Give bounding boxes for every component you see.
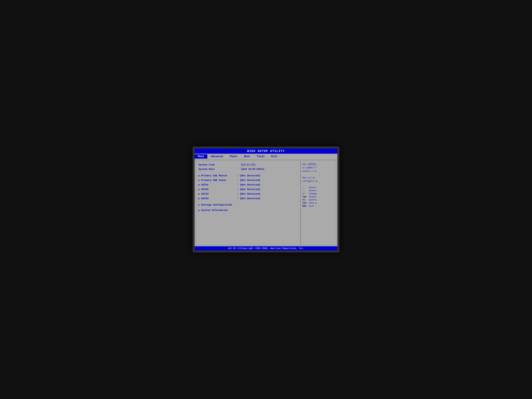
- key-list: ↔Select↑↓Select+-ChangeTabSelectF1Genera…: [303, 186, 335, 207]
- device-label: SATA2: [201, 188, 237, 191]
- arrow-icon: ▶: [198, 197, 200, 200]
- submenu-label: System Information: [201, 209, 228, 212]
- key-label: Tab: [303, 196, 309, 198]
- device-row[interactable]: ▶SATA3:[Not Detected]: [198, 192, 298, 196]
- system-date-label: System Date: [198, 168, 241, 171]
- footer-text: v02.58 (C)Copyright 1985-2009, American …: [228, 247, 304, 250]
- menu-item-exit[interactable]: Exit: [268, 154, 281, 158]
- colon: :: [237, 174, 238, 177]
- device-row[interactable]: ▶SATA1:[Not Detected]: [198, 183, 298, 186]
- monitor: BIOS SETUP UTILITY MainAdvancedPowerBoot…: [193, 146, 339, 253]
- key-label: F10: [303, 202, 309, 204]
- key-label: ↑↓: [303, 189, 309, 192]
- device-value: [Not Detected]: [240, 188, 260, 191]
- key-desc: Select: [309, 186, 317, 189]
- key-label: F1: [303, 199, 309, 201]
- key-desc: Save a: [309, 202, 317, 204]
- device-label: SATA4: [201, 197, 237, 200]
- submenu-label: Storage Configuration: [201, 203, 232, 206]
- device-label: SATA1: [201, 184, 237, 186]
- key-desc: Genera: [309, 199, 317, 201]
- key-row: ↑↓Select: [303, 189, 335, 192]
- menu-item-advanced[interactable]: Advanced: [207, 154, 226, 158]
- device-row[interactable]: ▶Primary IDE Slave:[Not Detected]: [198, 179, 298, 182]
- key-row: F1Genera: [303, 199, 335, 201]
- bios-screen: BIOS SETUP UTILITY MainAdvancedPowerBoot…: [195, 148, 337, 251]
- key-desc: Exit: [309, 205, 314, 207]
- menu-item-boot[interactable]: Boot: [241, 154, 253, 158]
- main-panel: System Time [13:11:37] System Date [Wed …: [196, 161, 301, 245]
- key-desc: Change: [309, 192, 317, 195]
- key-label: ↔: [303, 186, 309, 189]
- arrow-icon: ▶: [198, 192, 200, 195]
- arrow-icon: ▶: [198, 188, 200, 191]
- submenu-arrow-icon: ▶: [198, 203, 200, 206]
- system-time-row: System Time [13:11:37]: [198, 164, 298, 166]
- colon: :: [237, 197, 238, 200]
- menu-item-tools[interactable]: Tools: [253, 154, 268, 158]
- device-value: [Not Detected]: [240, 197, 260, 200]
- key-row: ESCExit: [303, 205, 335, 207]
- key-row: F10Save a: [303, 202, 335, 204]
- submenu-link[interactable]: ▶System Information: [198, 209, 298, 212]
- colon: :: [237, 188, 238, 191]
- device-label: SATA3: [201, 193, 237, 196]
- content-wrapper: System Time [13:11:37] System Date [Wed …: [195, 159, 337, 246]
- submenu-arrow-icon: ▶: [198, 209, 200, 212]
- help-text-1: Use [ENTER] or [SHIFT-T select a fi: [303, 163, 335, 173]
- key-label: +-: [303, 192, 309, 195]
- key-row: +-Change: [303, 192, 335, 195]
- device-row[interactable]: ▶Primary IDE Master:[Not Detected]: [198, 174, 298, 177]
- device-list: ▶Primary IDE Master:[Not Detected]▶Prima…: [198, 174, 298, 200]
- device-row[interactable]: ▶SATA2:[Not Detected]: [198, 188, 298, 191]
- arrow-icon: ▶: [198, 174, 200, 177]
- system-date-value[interactable]: [Wed 12/07/2016]: [241, 168, 264, 171]
- colon: :: [237, 179, 238, 182]
- menu-item-power[interactable]: Power: [226, 154, 241, 158]
- colon: :: [237, 193, 238, 196]
- submenu-list: ▶Storage Configuration▶System Informatio…: [198, 203, 298, 214]
- system-time-label: System Time: [198, 164, 241, 166]
- key-row: TabSelect: [303, 196, 335, 198]
- menu-item-main[interactable]: Main: [195, 154, 207, 158]
- device-value: [Not Detected]: [240, 179, 260, 182]
- system-date-row: System Date [Wed 12/07/2016]: [198, 168, 298, 171]
- device-label: Primary IDE Master: [201, 174, 237, 177]
- device-label: Primary IDE Slave: [201, 179, 237, 182]
- device-value: [Not Detected]: [240, 174, 260, 177]
- menu-bar: MainAdvancedPowerBootToolsExit: [195, 154, 337, 159]
- arrow-icon: ▶: [198, 179, 200, 182]
- colon: :: [237, 184, 238, 186]
- device-value: [Not Detected]: [240, 184, 260, 186]
- bios-title: BIOS SETUP UTILITY: [247, 149, 285, 153]
- submenu-link[interactable]: ▶Storage Configuration: [198, 203, 298, 206]
- device-value: [Not Detected]: [240, 193, 260, 196]
- key-desc: Select: [309, 189, 317, 192]
- key-label: ESC: [303, 205, 309, 207]
- system-time-value[interactable]: [13:11:37]: [241, 164, 256, 166]
- device-row[interactable]: ▶SATA4:[Not Detected]: [198, 197, 298, 200]
- key-desc: Select: [309, 196, 317, 198]
- help-panel: Use [ENTER] or [SHIFT-T select a fi Use …: [301, 161, 336, 245]
- key-row: ↔Select: [303, 186, 335, 189]
- help-text-2: Use [+] or configure sy: [303, 176, 335, 183]
- arrow-icon: ▶: [198, 183, 200, 186]
- title-bar: BIOS SETUP UTILITY: [195, 148, 337, 154]
- footer-bar: v02.58 (C)Copyright 1985-2009, American …: [195, 246, 337, 251]
